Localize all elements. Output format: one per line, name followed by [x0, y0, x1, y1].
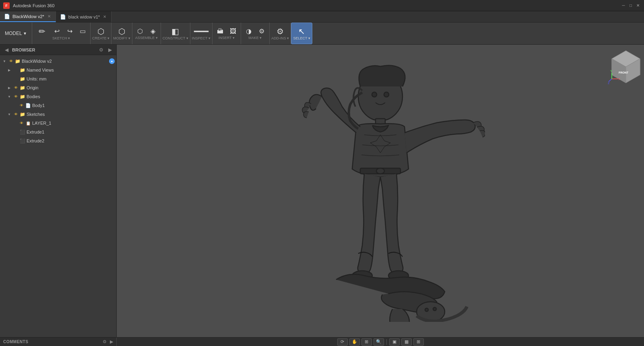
tree-label-extrude2: Extrude2 [27, 138, 115, 143]
tree-item-named-views[interactable]: ▶ 📁 Named Views [0, 66, 116, 74]
zoom-fit-tool[interactable]: ⊞ [361, 338, 372, 346]
assemble-icon-1: ⬡ [137, 27, 143, 35]
tree-label-bodies: Bodies [27, 94, 115, 99]
sketch-rect[interactable]: ▭ [76, 27, 89, 35]
assemble-1[interactable]: ⬡ [134, 27, 146, 35]
modify-items: ⬡ [112, 27, 132, 36]
select-group-label: SELECT ▾ [291, 36, 312, 40]
pan-tool[interactable]: ✋ [349, 338, 360, 346]
bottom-tools: ⟳ ✋ ⊞ 🔍 ▣ ▦ ⊞ [117, 338, 644, 346]
modify-group-label: MODIFY ▾ [111, 36, 132, 40]
tree-eye-root[interactable]: 👁 [8, 58, 14, 64]
make-2[interactable]: ⚙ [256, 27, 268, 35]
make-icon-1: ◑ [246, 27, 252, 35]
tree-item-root[interactable]: ▼ 👁 📁 BlackWidow v2 ● [0, 57, 116, 66]
orbit-tool[interactable]: ⟳ [337, 338, 348, 346]
tree-item-extrude1[interactable]: ⬛ Extrude1 [0, 128, 116, 136]
modify-button[interactable]: ⬡ [114, 27, 130, 36]
mode-selector[interactable]: MODEL ▾ [0, 23, 32, 44]
redo-icon: ↪ [67, 27, 72, 35]
tree-item-bodies[interactable]: ▼ 👁 📁 Bodies [0, 92, 116, 101]
toolbar-assemble-group: ⬡ ◈ ASSEMBLE ▾ [132, 23, 161, 44]
toolbar-groups: ✏ ↩ ↪ ▭ SKETCH ▾ [32, 23, 644, 44]
tree-item-body1[interactable]: 👁 📄 Body1 [0, 101, 116, 110]
construct-items: ◧ [166, 27, 185, 36]
tree-arrow-root[interactable]: ▼ [2, 58, 7, 64]
tree-eye-sketches[interactable]: 👁 [13, 111, 19, 117]
tree-arrow-origin[interactable]: ▶ [6, 85, 12, 91]
tree-item-origin[interactable]: ▶ 👁 📁 Origin [0, 83, 116, 92]
browser-back-button[interactable]: ◀ [3, 47, 10, 53]
maximize-button[interactable]: □ [628, 3, 634, 8]
create-icon: ⬡ [97, 27, 104, 35]
zoom-tool[interactable]: 🔍 [374, 338, 384, 346]
make-1[interactable]: ◑ [243, 27, 255, 35]
view-cube[interactable]: FRONT X Y Z [608, 49, 640, 81]
sketch-undo[interactable]: ↩ [51, 27, 63, 35]
tree-folder-extrude2: ⬛ [19, 138, 26, 144]
insert-1[interactable]: 🏔 [214, 27, 226, 35]
addins-group-label: ADD-INS ▾ [270, 36, 291, 40]
sketch-button[interactable]: ✏ [34, 27, 50, 36]
tab-blackwidow-v2[interactable]: 📄 BlackWidow v2* ✕ [0, 11, 56, 22]
tree-arrow-bodies[interactable]: ▼ [6, 94, 12, 99]
svg-text:FRONT: FRONT [619, 71, 629, 74]
tree-arrow-sketches[interactable]: ▼ [6, 111, 12, 117]
tree-folder-extrude1: ⬛ [19, 129, 26, 135]
tree-label-layer1: LAYER_1 [32, 121, 115, 126]
tree-eye-origin[interactable]: 👁 [13, 85, 19, 91]
tree-label-units: Units: mm [27, 76, 115, 81]
mode-label: MODEL [5, 31, 22, 36]
comments-section: COMMENTS ⚙ ▶ [0, 338, 117, 346]
insert-2[interactable]: 🖼 [227, 27, 239, 35]
toolbar-sketch-group: ✏ ↩ ↪ ▭ SKETCH ▾ [32, 23, 91, 44]
tree-item-layer1[interactable]: 👁 📋 LAYER_1 [0, 119, 116, 128]
svg-text:Z: Z [608, 82, 610, 84]
tab-close-1[interactable]: ✕ [47, 14, 52, 19]
comments-settings-button[interactable]: ⚙ [103, 339, 107, 344]
make-group-label: MAKE ▾ [241, 36, 269, 40]
construct-button[interactable]: ◧ [167, 27, 184, 36]
inspect-button[interactable]: ━━━ [192, 27, 211, 36]
tools-separator-1 [386, 339, 387, 345]
tab-close-2[interactable]: ✕ [102, 14, 107, 19]
tree-eye-bodies[interactable]: 👁 [13, 94, 19, 99]
left-panel: ◀ BROWSER ⚙ ▶ ▼ 👁 📁 BlackWidow v2 ● ▶ 📁 … [0, 45, 117, 337]
layout-tool[interactable]: ⊞ [413, 338, 424, 346]
insert-icon-1: 🏔 [217, 27, 223, 35]
sketch-redo[interactable]: ↪ [64, 27, 76, 35]
sketch-items: ✏ ↩ ↪ ▭ [32, 27, 90, 36]
close-button[interactable]: ✕ [635, 3, 641, 8]
tree-arrow-named-views[interactable]: ▶ [6, 67, 12, 73]
tab-blackwidow-v1[interactable]: 📄 black widow v1* ✕ [56, 11, 111, 22]
viewport-canvas: FRONT X Y Z [117, 45, 644, 337]
tab-label-2: black widow v1* [68, 14, 100, 19]
browser-expand-button[interactable]: ▶ [107, 47, 113, 53]
assemble-2[interactable]: ◈ [147, 27, 159, 35]
tree-label-origin: Origin [27, 85, 115, 90]
toolbar-select-group: ↖ SELECT ▾ [291, 23, 312, 44]
tree-folder-named-views: 📁 [19, 67, 26, 73]
tab-bar: 📄 BlackWidow v2* ✕ 📄 black widow v1* ✕ [0, 11, 644, 23]
display-mode-tool[interactable]: ▣ [389, 338, 400, 346]
tab-icon-2: 📄 [60, 14, 66, 20]
svg-point-1 [372, 92, 377, 97]
tree-item-units[interactable]: 📁 Units: mm [0, 74, 116, 83]
svg-text:Y: Y [610, 70, 612, 72]
grid-tool[interactable]: ▦ [401, 338, 412, 346]
tab-label-1: BlackWidow v2* [12, 14, 44, 19]
comments-expand-button[interactable]: ▶ [110, 339, 113, 344]
addins-button[interactable]: ⚙ [272, 27, 288, 36]
browser-settings-button[interactable]: ⚙ [98, 47, 104, 53]
minimize-button[interactable]: ─ [621, 3, 626, 8]
select-button[interactable]: ↖ [294, 27, 310, 36]
viewport[interactable]: FRONT X Y Z [117, 45, 644, 337]
svg-point-5 [376, 168, 384, 174]
tree-item-extrude2[interactable]: ⬛ Extrude2 [0, 136, 116, 145]
create-button[interactable]: ⬡ [93, 27, 109, 36]
select-icon: ↖ [298, 27, 305, 35]
tree-eye-body1[interactable]: 👁 [19, 103, 24, 108]
browser-header: ◀ BROWSER ⚙ ▶ [0, 45, 116, 55]
tree-item-sketches[interactable]: ▼ 👁 📁 Sketches [0, 110, 116, 119]
tree-eye-layer1[interactable]: 👁 [19, 120, 24, 126]
